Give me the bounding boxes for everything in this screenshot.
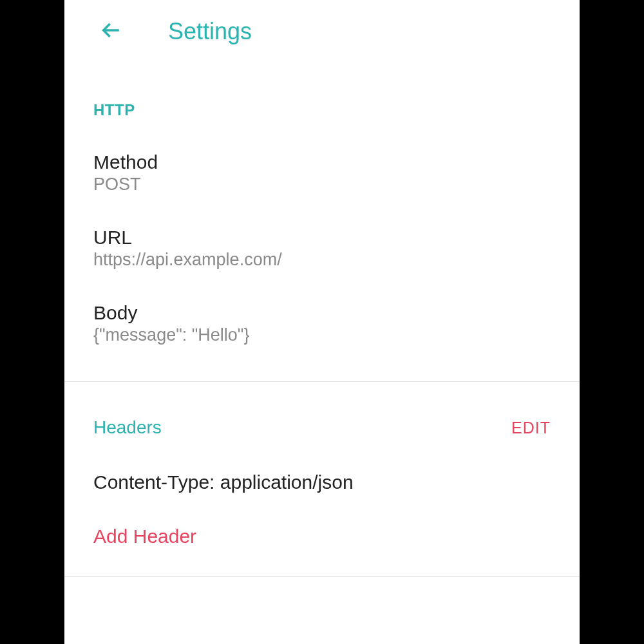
method-label: Method [93, 151, 551, 173]
header-bar: Settings [64, 0, 580, 59]
headers-top-row: Headers EDIT [93, 417, 551, 438]
section-headers: Headers EDIT Content-Type: application/j… [64, 382, 580, 547]
http-section-heading: HTTP [93, 101, 551, 119]
method-row[interactable]: Method POST [93, 119, 551, 194]
back-arrow-icon[interactable] [100, 19, 122, 44]
header-item[interactable]: Content-Type: application/json [93, 438, 551, 493]
url-row[interactable]: URL https://api.example.com/ [93, 194, 551, 270]
headers-section-heading: Headers [93, 417, 162, 438]
page-title: Settings [168, 18, 252, 45]
divider [64, 576, 580, 577]
app-container: Settings HTTP Method POST URL https://ap… [64, 0, 580, 644]
url-label: URL [93, 227, 551, 249]
url-value: https://api.example.com/ [93, 250, 551, 270]
body-label: Body [93, 302, 551, 324]
section-http: HTTP Method POST URL https://api.example… [64, 59, 580, 345]
method-value: POST [93, 175, 551, 194]
body-value: {"message": "Hello"} [93, 325, 551, 345]
body-row[interactable]: Body {"message": "Hello"} [93, 270, 551, 345]
add-header-button[interactable]: Add Header [93, 493, 196, 547]
edit-headers-button[interactable]: EDIT [511, 419, 551, 437]
